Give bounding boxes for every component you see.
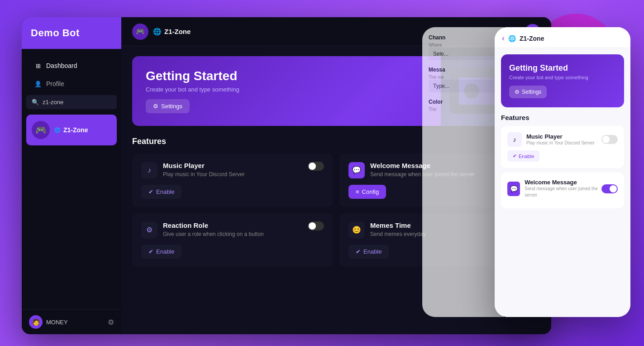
mobile-welcome-row: 💬 Welcome Message Send message when user… [507,179,618,198]
mobile-welcome-desc: Send message when user joined the server [525,186,601,198]
partial-the-label: The [429,107,497,112]
mobile-back-button[interactable]: ‹ [502,34,505,43]
mobile-globe-icon: 🌐 [508,35,516,42]
topbar-server-avatar: 🎮 [132,24,148,40]
partial-row-message: Messa The me Type... [429,67,497,92]
reaction-role-title: Reaction Role [163,221,264,229]
mobile-music-player-row: ♪ Music Player Play music in Your Discor… [507,132,618,147]
sidebar-item-dashboard[interactable]: ⊞ Dashboard [25,57,118,74]
mobile-music-info: Music Player Play music in Your Discord … [526,133,595,146]
partial-row-color: Color The [429,99,497,112]
reaction-role-toggle[interactable] [308,221,324,231]
server-avatar: 🎮 [32,121,50,139]
search-icon: 🔍 [32,99,39,106]
music-player-icon: ♪ [141,162,157,178]
mobile-features-section: Features ♪ Music Player Play music in Yo… [495,107,630,208]
mobile-preview: ‹ 🌐 Z1-Zone Getting Started Create your … [495,27,630,317]
enable-icon: ✔ [148,188,153,195]
feature-card-reaction-role: ⚙ Reaction Role Give user a role when cl… [132,213,333,267]
partial-theme-label: The me [429,75,497,80]
sidebar-item-profile[interactable]: 👤 Profile [25,75,118,92]
mobile-welcome-icon: 💬 [507,182,520,196]
mobile-welcome-card: 💬 Welcome Message Send message when user… [501,173,624,208]
mobile-banner-subtitle: Create your bot and type something [509,75,616,80]
mobile-topbar: ‹ 🌐 Z1-Zone [495,27,630,48]
partial-message-label: Messa [429,67,497,73]
mobile-banner-title: Getting Started [509,63,616,73]
sidebar-item-label: Profile [46,80,64,87]
feature-card-music-header: ♪ Music Player Play music in Your Discor… [141,162,324,178]
partial-channel-input: Sele... [429,48,497,60]
config-icon: ≡ [356,188,359,195]
toggle-thumb [309,222,316,230]
sidebar-nav: ⊞ Dashboard 👤 Profile 🔍 🎮 🌐 Z1-Zone [22,49,121,309]
profile-icon: 👤 [34,80,42,87]
mobile-music-toggle[interactable] [601,135,618,144]
feature-card-music-footer: ✔ Enable [141,185,324,199]
settings-icon[interactable]: ⚙ [108,318,114,327]
mobile-toggle-thumb [602,136,610,143]
sidebar-item-label: Dashboard [46,62,77,69]
banner-settings-button[interactable]: ⚙ Settings [146,99,190,113]
footer-user: 🧑 MONEY [29,315,68,329]
sidebar-footer: 🧑 MONEY ⚙ [22,309,121,334]
mobile-content: Getting Started Create your bot and type… [495,48,630,317]
mobile-welcome-toggle[interactable] [601,184,618,193]
mobile-enable-icon: ✔ [513,153,517,159]
mobile-toggle-thumb [610,185,617,192]
partial-channel-label: Chann [429,34,497,41]
mobile-welcome-info: Welcome Message Send message when user j… [525,179,601,198]
mobile-music-player-card: ♪ Music Player Play music in Your Discor… [501,126,624,168]
mobile-music-title: Music Player [526,133,595,140]
welcome-message-icon: 💬 [348,162,365,178]
mobile-welcome-left: 💬 Welcome Message Send message when user… [507,179,601,198]
sidebar: Demo Bot ⊞ Dashboard 👤 Profile 🔍 🎮 [22,17,121,334]
banner-subtitle: Create your bot and type something [146,86,239,93]
partial-message-input: Type... [429,80,497,92]
reaction-role-icon: ⚙ [141,222,157,238]
banner-text: Getting Started Create your bot and type… [146,69,239,113]
partial-panel: Chann Where Sele... Messa The me Type...… [422,27,504,317]
feature-card-music-player: ♪ Music Player Play music in Your Discor… [132,154,333,207]
mobile-features-title: Features [501,114,624,121]
memes-time-title: Memes Time [370,221,426,229]
banner-title: Getting Started [146,69,239,83]
memes-time-icon: 😊 [348,222,365,238]
music-player-toggle[interactable] [308,162,324,171]
topbar-globe-icon: 🌐 [153,28,162,36]
partial-row-channel: Chann Where Sele... [429,34,497,60]
settings-gear-icon: ⚙ [153,103,158,110]
mobile-welcome-title: Welcome Message [525,179,601,186]
partial-content: Chann Where Sele... Messa The me Type...… [422,27,504,125]
mobile-music-icon: ♪ [507,132,522,147]
mobile-server-name: Z1-Zone [520,35,544,42]
reaction-role-desc: Give user a role when clicking on a butt… [163,230,264,238]
welcome-message-config-button[interactable]: ≡ Config [348,185,386,199]
enable-icon: ✔ [356,248,361,255]
feature-card-reaction-footer: ✔ Enable [141,245,324,259]
partial-color-label: Color [429,99,497,105]
music-player-enable-button[interactable]: ✔ Enable [141,185,181,199]
memes-time-enable-button[interactable]: ✔ Enable [348,245,389,259]
topbar-left: 🎮 🌐 Z1-Zone [132,24,191,40]
sidebar-search[interactable]: 🔍 [26,95,117,109]
sidebar-logo: Demo Bot [22,17,121,49]
enable-icon: ✔ [148,248,153,255]
memes-time-desc: Send memes everyday [370,230,426,238]
mobile-settings-button[interactable]: ⚙ Settings [509,86,547,98]
music-player-title: Music Player [163,162,245,169]
reaction-role-enable-button[interactable]: ✔ Enable [141,245,181,259]
footer-avatar: 🧑 [29,315,43,329]
mobile-settings-icon: ⚙ [515,89,520,95]
topbar-server-name: 🌐 Z1-Zone [153,28,191,36]
footer-username: MONEY [46,319,68,326]
feature-card-reaction-header: ⚙ Reaction Role Give user a role when cl… [141,221,324,238]
music-player-desc: Play music in Your Discord Server [163,170,245,178]
server-card[interactable]: 🎮 🌐 Z1-Zone [26,115,117,145]
partial-where-label: Where [429,43,497,48]
globe-icon: 🌐 [54,127,61,133]
dashboard-icon: ⊞ [34,62,42,69]
mobile-music-enable-button[interactable]: ✔ Enable [507,150,539,162]
mobile-music-desc: Play music in Your Discord Server [526,140,595,146]
search-input[interactable] [43,99,111,106]
